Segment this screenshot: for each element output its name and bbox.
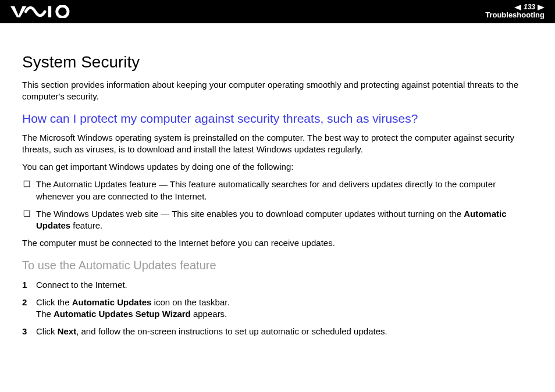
step-text: Click Next, and follow the on-screen ins… bbox=[36, 326, 535, 337]
step-number: 2 bbox=[22, 297, 36, 308]
bullet-item: ❑ The Windows Updates web site — This si… bbox=[22, 208, 535, 232]
step-line-span: Click bbox=[36, 326, 58, 336]
step-line-span: The bbox=[36, 309, 54, 319]
section-label: Troubleshooting bbox=[485, 11, 545, 19]
svg-marker-0 bbox=[10, 6, 27, 17]
step-line-bold: Automatic Updates bbox=[72, 297, 152, 307]
header-bar: 133 Troubleshooting bbox=[0, 0, 555, 23]
answer-para-1: The Microsoft Windows operating system i… bbox=[22, 132, 535, 156]
question-heading: How can I protect my computer against se… bbox=[22, 111, 535, 127]
steps-list: 1 Connect to the Internet. 2 Click the A… bbox=[22, 279, 535, 338]
answer-para-2: You can get important Windows updates by… bbox=[22, 161, 535, 173]
bullet-text: The Automatic Updates feature — This fea… bbox=[36, 179, 535, 202]
bullet-icon: ❑ bbox=[22, 179, 36, 189]
step-item: 2 Click the Automatic Updates icon on th… bbox=[22, 297, 535, 320]
svg-point-2 bbox=[57, 6, 68, 17]
vaio-logo bbox=[10, 0, 74, 23]
step-line-bold: Automatic Updates Setup Wizard bbox=[54, 309, 191, 319]
svg-rect-1 bbox=[48, 6, 52, 17]
bullet-list: ❑ The Automatic Updates feature — This f… bbox=[22, 179, 535, 231]
bullet-text: The Windows Updates web site — This site… bbox=[36, 208, 535, 232]
step-line-span: , and follow the on-screen instructions … bbox=[76, 326, 387, 336]
next-page-icon[interactable] bbox=[538, 5, 545, 10]
bullet-item: ❑ The Automatic Updates feature — This f… bbox=[22, 179, 535, 202]
step-line-bold: Next bbox=[58, 326, 77, 336]
bullet-text-span: The Windows Updates web site — This site… bbox=[36, 209, 464, 219]
step-item: 3 Click Next, and follow the on-screen i… bbox=[22, 326, 535, 337]
step-number: 1 bbox=[22, 279, 36, 291]
page-content: System Security This section provides in… bbox=[0, 23, 555, 355]
step-number: 3 bbox=[22, 326, 36, 337]
step-line: Connect to the Internet. bbox=[36, 280, 127, 290]
step-text: Click the Automatic Updates icon on the … bbox=[36, 297, 535, 320]
step-line-span: appears. bbox=[191, 309, 227, 319]
prev-page-icon[interactable] bbox=[514, 5, 521, 10]
step-item: 1 Connect to the Internet. bbox=[22, 279, 535, 291]
page-title: System Security bbox=[22, 51, 535, 73]
step-line-span: Click the bbox=[36, 297, 72, 307]
subheading: To use the Automatic Updates feature bbox=[22, 258, 535, 273]
step-text: Connect to the Internet. bbox=[36, 279, 535, 291]
note-text: The computer must be connected to the In… bbox=[22, 237, 535, 249]
bullet-icon: ❑ bbox=[22, 208, 36, 219]
intro-text: This section provides information about … bbox=[22, 79, 535, 103]
bullet-text-span: feature. bbox=[70, 220, 102, 230]
step-line-span: icon on the taskbar. bbox=[151, 297, 229, 307]
bullet-text-span: The Automatic Updates feature — This fea… bbox=[36, 179, 496, 201]
header-right: 133 Troubleshooting bbox=[485, 3, 545, 19]
